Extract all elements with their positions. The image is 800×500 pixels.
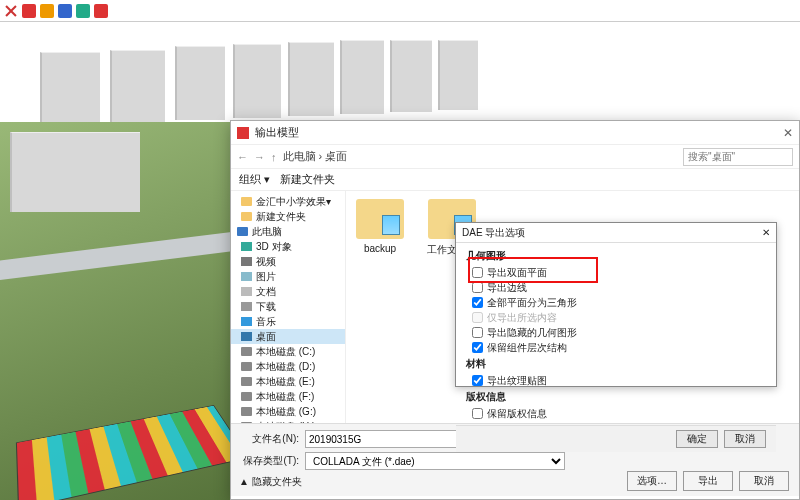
tree-item[interactable]: 本地磁盘 (H:) [231, 419, 345, 423]
tree-item[interactable]: 3D 对象 [231, 239, 345, 254]
file-item[interactable]: backup [354, 199, 406, 254]
tree-label: 文档 [256, 285, 276, 298]
dialog-titlebar: 输出模型 ✕ [231, 121, 799, 145]
tree-label: 本地磁盘 (D:) [256, 360, 315, 373]
tree-item[interactable]: 本地磁盘 (F:) [231, 389, 345, 404]
filename-label: 文件名(N): [239, 432, 299, 446]
cb-hierarchy[interactable]: 保留组件层次结构 [466, 340, 766, 355]
file-label: backup [354, 243, 406, 254]
folder-icon [241, 392, 252, 401]
back-icon[interactable]: ← [237, 151, 248, 163]
tree-label: 桌面 [256, 330, 276, 343]
export-button[interactable]: 导出 [683, 471, 733, 491]
tree-label: 本地磁盘 (E:) [256, 375, 315, 388]
tool-icon[interactable] [40, 4, 54, 18]
hide-folders-toggle[interactable]: ▲ 隐藏文件夹 [239, 475, 302, 489]
close-icon[interactable]: ✕ [783, 126, 793, 140]
folder-icon [241, 287, 252, 296]
tree-item[interactable]: 本地磁盘 (E:) [231, 374, 345, 389]
cb-textures[interactable]: 导出纹理贴图 [466, 373, 766, 388]
cb-triangulate[interactable]: 全部平面分为三角形 [466, 295, 766, 310]
tree-label: 此电脑 [252, 225, 282, 238]
dialog-nav: ← → ↑ 此电脑 › 桌面 [231, 145, 799, 169]
tree-item[interactable]: 视频 [231, 254, 345, 269]
folder-icon [241, 347, 252, 356]
cb-edges[interactable]: 导出边线 [466, 280, 766, 295]
folder-icon [356, 199, 404, 239]
tree-label: 音乐 [256, 315, 276, 328]
tree-label: 新建文件夹 [256, 210, 306, 223]
folder-icon [241, 197, 252, 206]
tree-item[interactable]: 新建文件夹 [231, 209, 345, 224]
ok-button[interactable]: 确定 [676, 430, 718, 448]
tree-label: 本地磁盘 (G:) [256, 405, 316, 418]
folder-icon [237, 227, 248, 236]
tree-label: 图片 [256, 270, 276, 283]
cb-only-selection: 仅导出所选内容 [466, 310, 766, 325]
dialog-title: 输出模型 [255, 125, 299, 140]
tree-item[interactable]: 此电脑 [231, 224, 345, 239]
folder-icon [241, 362, 252, 371]
tree-item[interactable]: 下载 [231, 299, 345, 314]
cancel-button[interactable]: 取消 [724, 430, 766, 448]
folder-icon [241, 422, 252, 423]
sketchup-icon [237, 127, 249, 139]
folder-icon [241, 212, 252, 221]
cb-copyright[interactable]: 保留版权信息 [466, 406, 766, 421]
tool-icon[interactable] [22, 4, 36, 18]
tree-item[interactable]: 本地磁盘 (D:) [231, 359, 345, 374]
close-icon[interactable]: ✕ [762, 227, 770, 238]
new-folder-button[interactable]: 新建文件夹 [280, 172, 335, 187]
breadcrumb[interactable]: 此电脑 › 桌面 [283, 149, 678, 164]
tree-item[interactable]: 图片 [231, 269, 345, 284]
cb-two-faces[interactable]: 导出双面平面 [466, 265, 766, 280]
folder-icon [241, 272, 252, 281]
section-geometry: 几何图形 [466, 249, 766, 263]
folder-icon [241, 407, 252, 416]
tree-item[interactable]: 文档 [231, 284, 345, 299]
up-icon[interactable]: ↑ [271, 151, 277, 163]
folder-icon [241, 332, 252, 341]
tree-label: 金汇中小学效果▾ [256, 195, 331, 208]
forward-icon[interactable]: → [254, 151, 265, 163]
filetype-label: 保存类型(T): [239, 454, 299, 468]
tree-label: 视频 [256, 255, 276, 268]
cancel-button[interactable]: 取消 [739, 471, 789, 491]
tree-item[interactable]: 金汇中小学效果▾ [231, 194, 345, 209]
folder-icon [241, 302, 252, 311]
tree-label: 本地磁盘 (C:) [256, 345, 315, 358]
tool-icon[interactable] [4, 4, 18, 18]
tool-icon[interactable] [58, 4, 72, 18]
tree-label: 本地磁盘 (H:) [256, 420, 315, 423]
tool-icon[interactable] [94, 4, 108, 18]
dae-options-dialog: DAE 导出选项 ✕ 几何图形 导出双面平面 导出边线 全部平面分为三角形 仅导… [455, 222, 777, 387]
tree-item[interactable]: 桌面 [231, 329, 345, 344]
folder-icon [241, 242, 252, 251]
section-copyright: 版权信息 [466, 390, 766, 404]
tree-item[interactable]: 本地磁盘 (C:) [231, 344, 345, 359]
app-toolbar [0, 0, 800, 22]
folder-icon [241, 317, 252, 326]
cb-hidden-geom[interactable]: 导出隐藏的几何图形 [466, 325, 766, 340]
tree-label: 本地磁盘 (F:) [256, 390, 314, 403]
search-input[interactable] [683, 148, 793, 166]
tool-icon[interactable] [76, 4, 90, 18]
folder-tree[interactable]: 金汇中小学效果▾新建文件夹此电脑3D 对象视频图片文档下载音乐桌面本地磁盘 (C… [231, 191, 346, 423]
section-material: 材料 [466, 357, 766, 371]
filetype-select[interactable]: COLLADA 文件 (*.dae) [305, 452, 565, 470]
folder-icon [241, 377, 252, 386]
tree-label: 下载 [256, 300, 276, 313]
tree-label: 3D 对象 [256, 240, 292, 253]
options-button[interactable]: 选项… [627, 471, 677, 491]
folder-icon [241, 257, 252, 266]
organize-menu[interactable]: 组织 ▾ [239, 172, 270, 187]
options-title: DAE 导出选项 [462, 226, 525, 240]
tree-item[interactable]: 本地磁盘 (G:) [231, 404, 345, 419]
tree-item[interactable]: 音乐 [231, 314, 345, 329]
